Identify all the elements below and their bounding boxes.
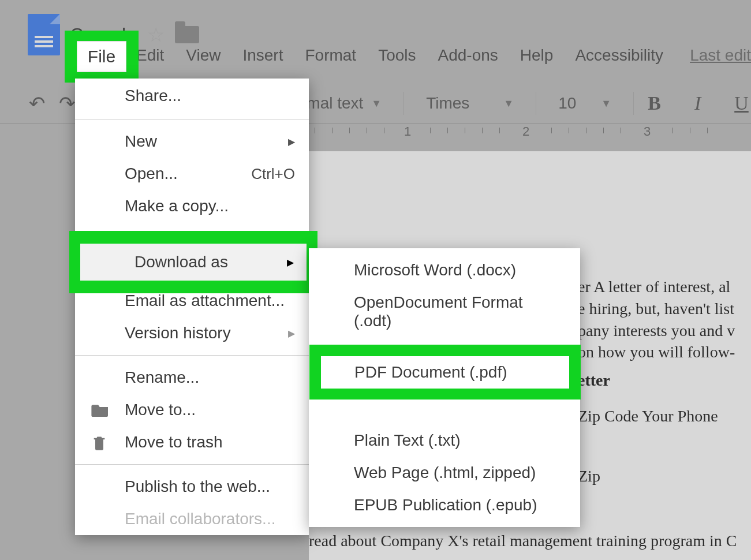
doc-text: read about Company X's retail management… <box>309 532 737 550</box>
file-menu-new[interactable]: New ▶ <box>75 125 309 158</box>
download-docx[interactable]: Microsoft Word (.docx) <box>309 254 580 286</box>
menu-help[interactable]: Help <box>520 46 554 65</box>
underline-button[interactable]: U <box>734 92 749 114</box>
submenu-arrow-icon: ▶ <box>288 328 295 339</box>
menu-item-label: Version history <box>125 324 231 342</box>
file-menu-rename[interactable]: Rename... <box>75 361 309 394</box>
toolbar-separator <box>403 92 404 115</box>
file-dropdown: Share... New ▶ Open... Ctrl+O Make a cop… <box>75 79 309 535</box>
menu-item-label: PDF Document (.pdf) <box>354 363 507 382</box>
caret-down-icon: ▼ <box>601 98 611 110</box>
file-menu-email-collaborators: Email collaborators... <box>75 503 309 535</box>
italic-button[interactable]: I <box>694 92 701 114</box>
menu-divider <box>75 119 309 120</box>
ruler-num: 3 <box>644 124 651 139</box>
doc-text-bold: etter <box>578 371 610 389</box>
menu-item-label: New <box>125 132 157 151</box>
fontsize-dropdown[interactable]: 10 ▼ <box>550 94 619 113</box>
ruler-num: 2 <box>522 124 529 139</box>
menu-item-label: EPUB Publication (.epub) <box>354 496 537 514</box>
download-txt[interactable]: Plain Text (.txt) <box>309 424 580 457</box>
doc-text: Zip <box>578 467 600 485</box>
star-icon[interactable]: ☆ <box>147 23 165 46</box>
file-menu-make-copy[interactable]: Make a copy... <box>75 190 309 222</box>
file-menu-move-to-trash[interactable]: Move to trash <box>75 426 309 458</box>
font-label: Times <box>426 94 469 113</box>
menu-item-label: Rename... <box>125 368 199 387</box>
menu-item-label: Web Page (.html, zipped) <box>354 464 536 481</box>
menu-format[interactable]: Format <box>305 46 356 65</box>
toolbar-separator <box>536 92 536 115</box>
submenu-arrow-icon: ▶ <box>287 257 294 268</box>
undo-icon[interactable]: ↶ <box>29 92 45 115</box>
menu-item-label: Make a copy... <box>125 197 229 215</box>
highlight-download-pdf: PDF Document (.pdf) <box>309 345 581 400</box>
file-menu-download-as[interactable]: Download as ▶ <box>80 244 307 281</box>
menu-tools[interactable]: Tools <box>378 46 416 65</box>
menu-view[interactable]: View <box>186 46 221 65</box>
menu-divider <box>75 464 309 465</box>
ruler-num: 1 <box>404 124 411 139</box>
menu-divider <box>75 355 309 356</box>
file-menu-publish[interactable]: Publish to the web... <box>75 471 309 503</box>
menu-accessibility[interactable]: Accessibility <box>575 46 663 65</box>
trash-icon <box>91 434 111 450</box>
submenu-arrow-icon: ▶ <box>288 136 295 147</box>
shortcut-label: Ctrl+O <box>251 165 295 183</box>
bold-button[interactable]: B <box>648 92 661 114</box>
highlight-download-as: Download as ▶ <box>69 231 317 293</box>
doc-text: Zip Code Your Phone <box>578 407 718 425</box>
menu-item-label: Publish to the web... <box>125 477 270 496</box>
download-odt[interactable]: OpenDocument Format (.odt) <box>309 286 580 337</box>
menubar: Edit View Insert Format Tools Add-ons He… <box>81 46 751 65</box>
menu-item-label: Plain Text (.txt) <box>354 431 461 449</box>
menu-item-label: Move to trash <box>125 433 223 451</box>
caret-down-icon: ▼ <box>503 98 514 110</box>
menu-item-label: Email collaborators... <box>125 510 275 528</box>
menu-insert[interactable]: Insert <box>242 46 283 65</box>
download-html[interactable]: Web Page (.html, zipped) <box>309 457 580 489</box>
doc-text: pany interests you and v <box>578 322 735 339</box>
menu-item-label: Move to... <box>125 401 196 419</box>
file-menu-move-to[interactable]: Move to... <box>75 394 309 426</box>
file-menu-version-history[interactable]: Version history ▶ <box>75 317 309 349</box>
folder-icon[interactable] <box>175 26 199 43</box>
menu-addons[interactable]: Add-ons <box>438 46 498 65</box>
file-menu-open[interactable]: Open... Ctrl+O <box>75 158 309 190</box>
menu-file[interactable]: File <box>77 41 126 72</box>
fontsize-label: 10 <box>558 94 576 113</box>
font-dropdown[interactable]: Times ▼ <box>418 94 522 113</box>
caret-down-icon: ▼ <box>371 98 382 110</box>
highlight-file-menu: File <box>65 31 139 83</box>
menu-item-label: Download as <box>134 253 228 271</box>
menu-item-label: Email as attachment... <box>125 292 285 310</box>
menu-item-label: Share... <box>125 87 181 105</box>
docs-logo-icon[interactable] <box>28 14 60 55</box>
folder-icon <box>91 402 111 418</box>
style-label: rmal text <box>301 94 363 113</box>
last-edit-link[interactable]: Last edit <box>690 46 751 65</box>
doc-text: er A letter of interest, al <box>578 278 730 296</box>
menu-item-label: Microsoft Word (.docx) <box>354 261 516 279</box>
download-pdf[interactable]: PDF Document (.pdf) <box>321 356 569 389</box>
download-epub[interactable]: EPUB Publication (.epub) <box>309 489 580 521</box>
menu-item-label: OpenDocument Format (.odt) <box>354 293 523 330</box>
menu-item-label: Open... <box>125 165 178 183</box>
doc-text: on how you will follow- <box>578 343 735 361</box>
toolbar-separator <box>633 92 634 115</box>
doc-text: e hiring, but, haven't list <box>578 300 734 318</box>
ruler: 1 2 3 <box>309 124 751 147</box>
redo-icon[interactable]: ↷ <box>59 92 75 115</box>
menu-edit[interactable]: Edit <box>136 46 164 65</box>
file-menu-share[interactable]: Share... <box>75 79 309 113</box>
